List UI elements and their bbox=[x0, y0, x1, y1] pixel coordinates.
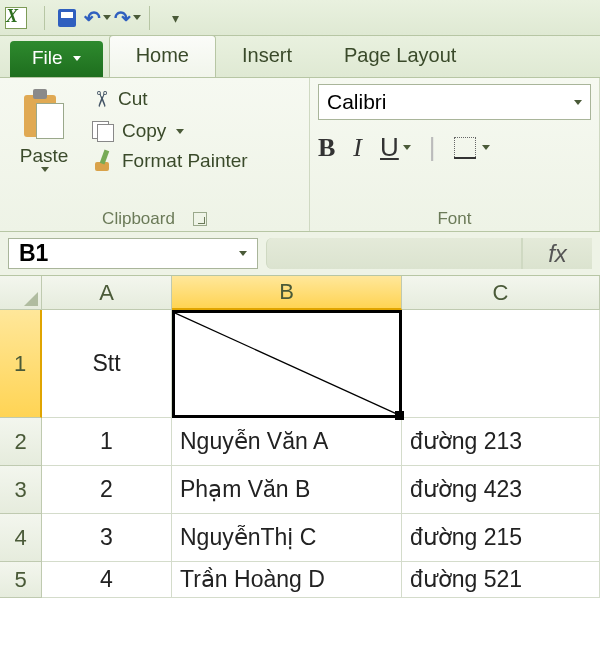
tab-home[interactable]: Home bbox=[109, 35, 216, 77]
save-button[interactable] bbox=[53, 5, 81, 31]
row-header-5[interactable]: 5 bbox=[0, 562, 42, 598]
separator: | bbox=[429, 132, 436, 163]
row-header-4[interactable]: 4 bbox=[0, 514, 42, 562]
group-font-title: Font bbox=[437, 209, 471, 229]
font-name-dropdown[interactable]: Calibri bbox=[318, 84, 591, 120]
name-box-value: B1 bbox=[19, 240, 48, 267]
border-icon bbox=[454, 137, 476, 159]
cell-a2[interactable]: 1 bbox=[42, 418, 172, 466]
chevron-down-icon bbox=[482, 145, 490, 150]
tab-file-label: File bbox=[32, 47, 63, 69]
chevron-down-icon bbox=[574, 100, 582, 105]
underline-button[interactable]: U bbox=[380, 132, 411, 163]
scissors-icon: ✂ bbox=[88, 90, 114, 108]
cell-c2[interactable]: đường 213 bbox=[402, 418, 600, 466]
save-icon bbox=[58, 9, 76, 27]
paste-button[interactable]: Paste bbox=[8, 84, 80, 177]
cell-b5[interactable]: Trần Hoàng D bbox=[172, 562, 402, 598]
cell-c1[interactable] bbox=[402, 310, 600, 418]
excel-logo-icon: X bbox=[4, 6, 28, 30]
paste-label: Paste bbox=[20, 145, 69, 167]
customize-qat-button[interactable]: ▾ bbox=[158, 5, 186, 31]
row-header-1[interactable]: 1 bbox=[0, 310, 42, 418]
cell-a3[interactable]: 2 bbox=[42, 466, 172, 514]
fx-button[interactable]: fx bbox=[522, 238, 592, 269]
copy-label: Copy bbox=[122, 120, 166, 142]
cell-a1[interactable]: Stt bbox=[42, 310, 172, 418]
group-font: Calibri B I U | Font bbox=[310, 78, 600, 231]
cell-b3[interactable]: Phạm Văn B bbox=[172, 466, 402, 514]
formula-gap bbox=[266, 238, 522, 269]
ribbon-tabs: File Home Insert Page Layout bbox=[0, 36, 600, 78]
cell-b1[interactable] bbox=[172, 310, 402, 418]
quick-access-toolbar: X ↶ ↷ ▾ bbox=[0, 0, 600, 36]
cut-label: Cut bbox=[118, 88, 148, 110]
group-clipboard: Paste ✂ Cut Copy Format Painter bbox=[0, 78, 310, 231]
cell-a4[interactable]: 3 bbox=[42, 514, 172, 562]
row-header-2[interactable]: 2 bbox=[0, 418, 42, 466]
diagonal-border-icon bbox=[175, 313, 399, 415]
tab-file[interactable]: File bbox=[10, 41, 103, 77]
cell-c5[interactable]: đường 521 bbox=[402, 562, 600, 598]
chevron-down-icon bbox=[239, 251, 247, 256]
fx-label: fx bbox=[548, 240, 567, 268]
format-painter-button[interactable]: Format Painter bbox=[86, 148, 254, 174]
copy-button[interactable]: Copy bbox=[86, 118, 254, 144]
cell-a5[interactable]: 4 bbox=[42, 562, 172, 598]
group-clipboard-title: Clipboard bbox=[102, 209, 175, 229]
chevron-down-icon bbox=[41, 167, 49, 172]
undo-icon: ↶ bbox=[84, 8, 101, 28]
format-painter-label: Format Painter bbox=[122, 150, 248, 172]
cell-b4[interactable]: NguyễnThị C bbox=[172, 514, 402, 562]
underline-label: U bbox=[380, 132, 399, 163]
undo-button[interactable]: ↶ bbox=[83, 5, 111, 31]
customize-icon: ▾ bbox=[172, 10, 179, 26]
row-header-3[interactable]: 3 bbox=[0, 466, 42, 514]
chevron-down-icon bbox=[73, 56, 81, 61]
column-header-b[interactable]: B bbox=[172, 276, 402, 310]
separator bbox=[149, 6, 150, 30]
border-button[interactable] bbox=[454, 137, 490, 159]
chevron-down-icon bbox=[103, 15, 111, 20]
formula-bar: B1 fx bbox=[0, 232, 600, 276]
redo-button[interactable]: ↷ bbox=[113, 5, 141, 31]
chevron-down-icon bbox=[403, 145, 411, 150]
svg-line-0 bbox=[175, 313, 399, 415]
clipboard-dialog-launcher[interactable] bbox=[193, 212, 207, 226]
ribbon: Paste ✂ Cut Copy Format Painter bbox=[0, 78, 600, 232]
tab-page-layout[interactable]: Page Layout bbox=[318, 36, 482, 77]
separator bbox=[44, 6, 45, 30]
select-all-corner[interactable] bbox=[0, 276, 42, 310]
cell-c4[interactable]: đường 215 bbox=[402, 514, 600, 562]
italic-button[interactable]: I bbox=[353, 133, 362, 163]
brush-icon bbox=[92, 150, 114, 172]
cell-b2[interactable]: Nguyễn Văn A bbox=[172, 418, 402, 466]
bold-button[interactable]: B bbox=[318, 133, 335, 163]
cell-c3[interactable]: đường 423 bbox=[402, 466, 600, 514]
copy-icon bbox=[92, 121, 114, 141]
redo-icon: ↷ bbox=[114, 8, 131, 28]
name-box[interactable]: B1 bbox=[8, 238, 258, 269]
column-header-a[interactable]: A bbox=[42, 276, 172, 310]
cut-button[interactable]: ✂ Cut bbox=[86, 84, 254, 114]
worksheet-grid[interactable]: A B C 1 Stt 2 1 Nguyễn Văn A đường 213 3… bbox=[0, 276, 600, 598]
chevron-down-icon bbox=[133, 15, 141, 20]
paste-icon bbox=[22, 89, 66, 141]
column-header-c[interactable]: C bbox=[402, 276, 600, 310]
font-name-value: Calibri bbox=[327, 90, 387, 114]
tab-insert[interactable]: Insert bbox=[216, 36, 318, 77]
chevron-down-icon bbox=[176, 129, 184, 134]
